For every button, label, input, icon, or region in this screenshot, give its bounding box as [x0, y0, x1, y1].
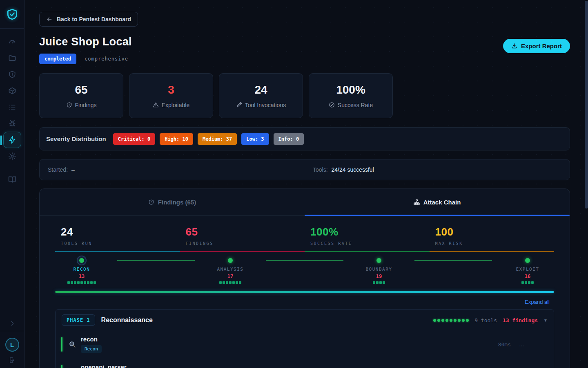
app-logo[interactable] [0, 0, 24, 29]
sidebar-item-dashboard[interactable] [3, 34, 21, 50]
logout-button[interactable] [9, 357, 16, 364]
tool-squares [67, 281, 96, 284]
stat-card-tool-invocations: 24 Tool Invocations [219, 73, 303, 118]
tab-attack-chain[interactable]: Attack Chain [305, 189, 570, 215]
user-avatar[interactable]: L [5, 338, 19, 352]
wrench-icon [236, 102, 242, 108]
tab-label: Findings (65) [158, 199, 196, 206]
tool-list: recon Recon 80ms … openapi_parser [56, 331, 554, 368]
tool-squares [219, 281, 241, 284]
page-title: Juice Shop Local [39, 36, 570, 48]
tool-duration: 80ms [498, 341, 511, 348]
phase-name: Reconnaissance [101, 316, 153, 324]
run-meta-panel: Started: – Tools: 24/24 successful [39, 159, 570, 180]
severity-badge-critical: Critical: 0 [113, 133, 155, 145]
shield-icon [148, 199, 154, 205]
shield-check-logo-icon [6, 8, 19, 21]
tools-label: Tools: [313, 166, 328, 173]
back-button[interactable]: Back to Pentest Dashboard [39, 12, 138, 27]
magnifier-icon [67, 341, 77, 348]
phase-1-header[interactable]: PHASE 1 Reconnaissance 9 tools 13 findin… [56, 310, 554, 331]
sidebar-item-bugs[interactable] [3, 115, 21, 132]
zap-icon [8, 136, 16, 144]
chevron-right-icon [9, 320, 16, 327]
stat-card-findings: 65 Findings [39, 73, 123, 118]
warning-triangle-icon [153, 102, 159, 108]
tool-name: openapi_parser [81, 364, 127, 368]
expand-all-link[interactable]: Expand all [525, 299, 550, 305]
scan-mode-label: comprehensive [85, 56, 128, 62]
export-report-button[interactable]: Export Report [503, 39, 570, 53]
tool-squares [373, 281, 385, 284]
timeline-connector [266, 260, 343, 261]
phase-badge: PHASE 1 [62, 314, 95, 326]
stat-cards-row: 65 Findings 3 Exploitable 24 Tool Invoca… [39, 73, 570, 118]
tool-name: recon [81, 336, 102, 343]
active-tab-underline [305, 215, 570, 216]
severity-badge-info: Info: 0 [274, 133, 304, 145]
phase-dot [79, 258, 84, 263]
timeline-connector [117, 260, 195, 261]
shield-alert-icon [8, 70, 16, 79]
vertical-scrollbar-thumb[interactable] [585, 1, 588, 209]
arrow-left-icon [46, 16, 53, 22]
bug-icon [8, 119, 16, 128]
severity-badge-medium: Medium: 37 [198, 133, 237, 145]
chevron-down-icon: ▼ [543, 318, 548, 323]
tool-squares [521, 281, 534, 284]
stat-label-text: Findings [75, 102, 97, 108]
phase-1-section: PHASE 1 Reconnaissance 9 tools 13 findin… [55, 309, 554, 368]
tool-dots [433, 319, 469, 322]
sidebar-item-vulnerabilities[interactable] [3, 66, 21, 83]
folder-icon [8, 54, 16, 62]
attack-chain-card: Findings (65) Attack Chain 24 TOOLS RUN … [39, 188, 570, 368]
stat-label-text: Success Rate [338, 102, 373, 108]
phase-findings-count: 13 findings [503, 317, 538, 323]
active-indicator-bar [0, 135, 2, 145]
chain-progress-bar [55, 291, 554, 293]
phase-dot [525, 258, 530, 263]
shield-icon [66, 102, 72, 108]
sidebar-item-settings[interactable] [3, 148, 21, 164]
severity-badge-high: High: 10 [160, 133, 193, 145]
started-label: Started: [48, 166, 68, 173]
sidebar-collapse-button[interactable] [0, 316, 24, 331]
list-icon [8, 103, 16, 111]
sidebar-item-tasks[interactable] [3, 99, 21, 115]
sidebar-item-docs[interactable] [3, 171, 21, 188]
download-icon [511, 43, 517, 49]
package-icon [8, 87, 16, 95]
sidebar-item-attacks[interactable] [3, 132, 21, 148]
tool-row-recon[interactable]: recon Recon 80ms … [61, 332, 548, 356]
main-content: Back to Pentest Dashboard Juice Shop Loc… [24, 0, 588, 368]
tool-more-indicator: … [519, 341, 525, 348]
sidebar-footer: L [0, 316, 24, 368]
badge-row: completed comprehensive [39, 54, 570, 64]
book-icon [8, 175, 16, 184]
sidebar-nav [0, 29, 24, 188]
stat-value: 24 [254, 83, 267, 96]
phase-dot [376, 258, 381, 263]
export-report-label: Export Report [521, 43, 562, 49]
severity-title: Severity Distribution [46, 135, 106, 142]
timeline-node-exploit[interactable]: EXPLOIT 16 [501, 258, 554, 284]
phase-tools-count: 9 tools [474, 317, 497, 323]
stat-label-text: Tool Invocations [245, 102, 286, 108]
stat-value: 65 [75, 83, 87, 96]
sidebar-item-projects[interactable] [3, 50, 21, 66]
sidebar-item-assets[interactable] [3, 83, 21, 99]
tool-status-bar [61, 337, 62, 352]
chain-stats-row: 24 TOOLS RUN 65 FINDINGS 100% SUCCESS RA… [55, 226, 554, 252]
stat-card-exploitable: 3 Exploitable [129, 73, 213, 118]
timeline-node-recon[interactable]: RECON 13 [55, 258, 108, 284]
stat-card-success-rate: 100% Success Rate [309, 73, 393, 118]
tool-row-openapi-parser[interactable]: openapi_parser API 218ms … [61, 360, 548, 368]
started-value: – [71, 166, 75, 173]
timeline-node-analysis[interactable]: ANALYSIS 17 [204, 258, 257, 284]
tool-category-badge: Recon [81, 345, 102, 353]
severity-distribution-panel: Severity Distribution Critical: 0 High: … [39, 127, 570, 150]
tab-findings[interactable]: Findings (65) [40, 189, 305, 215]
title-row: Juice Shop Local Export Report [39, 36, 570, 48]
sitemap-icon [414, 199, 420, 205]
timeline-node-boundary[interactable]: BOUNDARY 19 [352, 258, 405, 284]
